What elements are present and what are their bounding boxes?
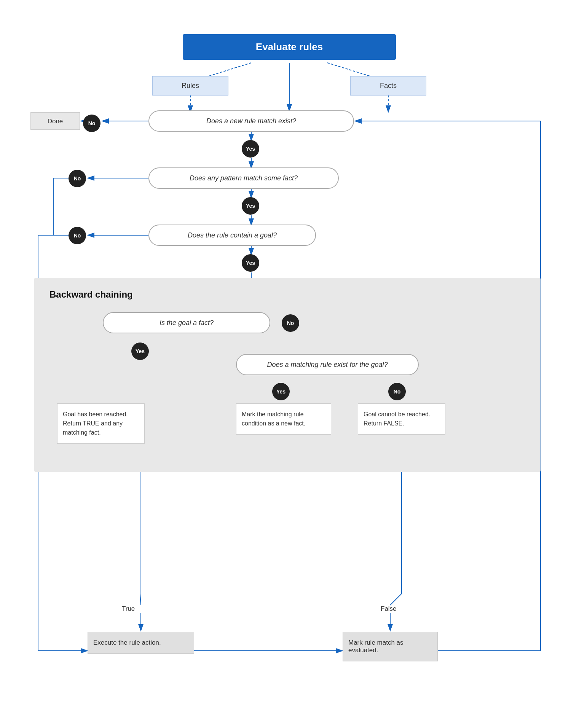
result-box-1: Goal has been reached. Return TRUE and a… xyxy=(57,403,145,444)
pill-goal-fact: Is the goal a fact? xyxy=(103,312,270,333)
pill3-text: Does the rule contain a goal? xyxy=(188,231,277,239)
pill-matching-rule: Does a matching rule exist for the goal? xyxy=(236,354,419,375)
pill-rule-goal: Does the rule contain a goal? xyxy=(148,225,316,246)
mark-text: Mark rule match as evaluated. xyxy=(348,639,404,654)
diagram-container: Evaluate rules Rules Facts Does a new ru… xyxy=(0,0,579,728)
execute-action-box: Execute the rule action. xyxy=(88,632,194,654)
pill-goal-text: Is the goal a fact? xyxy=(160,319,214,327)
evaluate-rules-box: Evaluate rules xyxy=(183,34,396,60)
pill2-text: Does any pattern match some fact? xyxy=(190,174,298,182)
no-badge-2: No xyxy=(69,170,86,187)
rules-box: Rules xyxy=(152,76,228,96)
no-badge-matching-right: No xyxy=(388,383,406,400)
no-badge-goal: No xyxy=(282,314,299,332)
result1-text: Goal has been reached. Return TRUE and a… xyxy=(63,411,128,436)
result2-text: Mark the matching rule condition as a ne… xyxy=(242,411,305,427)
evaluate-rules-title: Evaluate rules xyxy=(256,41,323,53)
pill-new-rule-match: Does a new rule match exist? xyxy=(148,110,354,132)
rules-label: Rules xyxy=(182,82,199,89)
pill1-text: Does a new rule match exist? xyxy=(206,117,296,125)
false-label: False xyxy=(381,605,397,613)
no-badge-3: No xyxy=(69,227,86,244)
svg-line-39 xyxy=(140,594,141,605)
facts-box: Facts xyxy=(350,76,426,96)
mark-action-box: Mark rule match as evaluated. xyxy=(343,632,438,661)
done-box: Done xyxy=(30,112,80,130)
yes-badge-matching: Yes xyxy=(272,383,290,400)
done-label: Done xyxy=(48,118,63,125)
facts-label: Facts xyxy=(380,82,397,89)
yes-badge-2: Yes xyxy=(242,197,259,215)
bc-title: Backward chaining xyxy=(49,289,525,300)
no-badge-done: No xyxy=(83,115,100,132)
yes-badge-1: Yes xyxy=(242,140,259,158)
execute-text: Execute the rule action. xyxy=(93,639,161,646)
true-label: True xyxy=(122,605,135,613)
svg-line-41 xyxy=(390,594,402,605)
yes-badge-goal: Yes xyxy=(131,342,149,360)
pill-pattern-match: Does any pattern match some fact? xyxy=(148,167,339,189)
yes-badge-3: Yes xyxy=(242,254,259,272)
pill-matching-text: Does a matching rule exist for the goal? xyxy=(267,361,388,369)
result-box-3: Goal cannot be reached. Return FALSE. xyxy=(358,403,445,435)
result-box-2: Mark the matching rule condition as a ne… xyxy=(236,403,331,435)
result3-text: Goal cannot be reached. Return FALSE. xyxy=(364,411,430,427)
